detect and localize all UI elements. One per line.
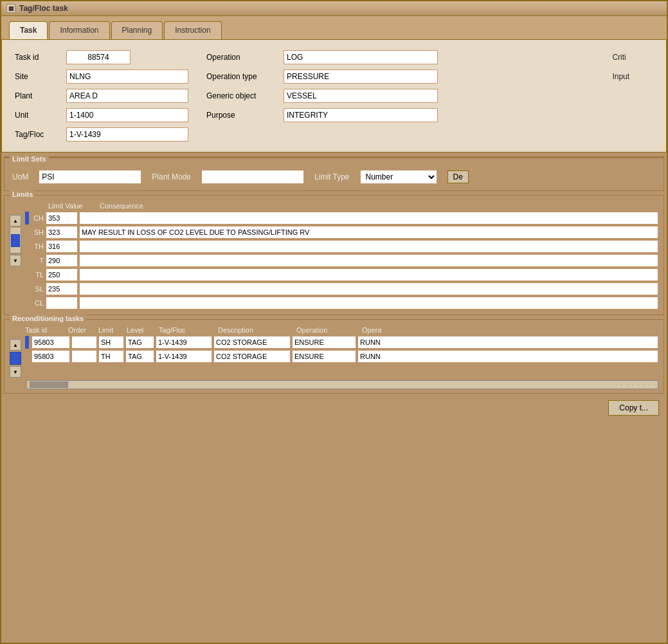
limit-consequence-cl[interactable] [79,297,658,309]
unit-label: Unit [15,111,28,120]
purpose-input[interactable] [284,108,438,122]
tab-information[interactable]: Information [49,21,109,39]
hscrollbar[interactable]: · · · · · · · · · · [26,380,658,389]
recon-level-1[interactable] [125,336,154,349]
recon-op-2[interactable] [292,350,356,363]
tag-floc-input[interactable] [66,127,188,142]
limits-table: Limit Value Consequence CH SH [25,202,658,311]
generic-object-input[interactable] [284,89,438,103]
limit-consequence-sl[interactable] [79,282,658,295]
limits-header: Limit Value Consequence [25,202,658,212]
limit-value-tl[interactable] [46,268,78,281]
consequence-header: Consequence [100,202,143,210]
limit-value-t[interactable] [46,254,78,267]
recon-header-order: Order [68,326,97,334]
recon-opera-1[interactable] [357,336,658,349]
de-button[interactable]: De [447,170,469,183]
tab-planning[interactable]: Planning [111,21,163,39]
recon-header-desc: Description [218,326,295,334]
operation-label: Operation [206,53,240,62]
recon-order-2[interactable] [71,350,97,363]
reconditioning-title: Reconditioning tasks [12,315,84,322]
window-title: Tag/Floc task [19,4,68,13]
limit-type-sh: SH [30,228,46,236]
tabs-area: Task Information Planning Instruction [1,16,667,39]
plant-input[interactable] [66,89,188,103]
recon-taskid-2[interactable] [32,350,70,363]
recon-limit-2[interactable] [98,350,124,363]
input-label: Input [612,72,629,81]
recon-tagfloc-2[interactable] [156,350,212,363]
main-window: ▦ Tag/Floc task Task Information Plannin… [0,0,668,644]
limit-consequence-t[interactable] [79,254,658,267]
scroll-down-btn[interactable]: ▼ [10,255,21,266]
uom-input[interactable] [39,170,141,184]
recon-level-2[interactable] [125,350,154,363]
tab-task[interactable]: Task [9,21,48,39]
recon-header: Task id Order Limit Level Tag/Floc Descr… [25,326,658,336]
purpose-label: Purpose [206,111,235,120]
site-label: Site [15,72,28,81]
window-icon: ▦ [6,4,15,13]
row-indicator [25,212,29,225]
limit-type-th: TH [30,243,46,250]
recon-limit-1[interactable] [98,336,124,349]
limit-value-cl[interactable] [46,297,78,309]
limit-consequence-ch[interactable] [79,212,658,225]
recon-header-taskid: Task id [25,326,67,334]
row-indicator-empty [25,240,29,253]
row-indicator-empty [25,297,29,309]
scroll-thumb [11,234,20,247]
limit-type-select[interactable]: Number Text Range [360,170,437,184]
uom-label: UoM [12,172,28,181]
recon-scroll-indicator [10,352,21,365]
limit-value-sl[interactable] [46,282,78,295]
recon-desc-1[interactable] [213,336,291,349]
recon-opera-2[interactable] [357,350,658,363]
limit-value-ch[interactable] [46,212,78,225]
criti-label: Criti [612,53,626,62]
row-indicator-empty [25,268,29,281]
operation-input[interactable] [284,50,438,64]
limit-value-th[interactable] [46,240,78,253]
recon-tagfloc-1[interactable] [156,336,212,349]
copy-button[interactable]: Copy t... [608,400,659,416]
limit-consequence-sh[interactable] [79,226,658,239]
recon-header-limit: Limit [98,326,125,334]
limit-row: TH [25,240,658,253]
recon-desc-2[interactable] [213,350,291,363]
limit-type-cl: CL [30,299,46,307]
scroll-up-btn[interactable]: ▲ [10,215,21,226]
recon-content: ▲ ▼ Task id Order Limit Level Tag/Floc [10,326,658,378]
recon-row-indicator [25,336,29,349]
tag-floc-label: Tag/Floc [15,130,44,139]
plant-mode-label: Plant Mode [152,172,191,181]
limits-panel: Limits ▲ ▼ Limit Value Consequence [4,195,664,315]
recon-order-1[interactable] [71,336,97,349]
limit-row: TL [25,268,658,281]
limit-row: T [25,254,658,267]
limit-value-sh[interactable] [46,226,78,239]
limit-type-t: T [30,257,46,264]
site-input[interactable] [66,69,188,84]
limit-sets-title: Limit Sets [12,155,46,163]
task-section: Task id Operation Criti Site [1,39,667,152]
task-id-input[interactable] [66,50,131,64]
recon-scroll-down-btn[interactable]: ▼ [10,366,21,378]
plant-label: Plant [15,91,32,100]
reconditioning-panel: Reconditioning tasks ▲ ▼ Task id [4,319,664,394]
limit-type-ch: CH [30,214,46,222]
tab-instruction[interactable]: Instruction [164,21,221,39]
recon-scroll-up-btn[interactable]: ▲ [10,339,21,351]
limit-row: CL [25,297,658,309]
row-indicator-empty [25,254,29,267]
limit-consequence-tl[interactable] [79,268,658,281]
recon-table-container: Task id Order Limit Level Tag/Floc Descr… [25,326,658,378]
recon-op-1[interactable] [292,336,356,349]
unit-input[interactable] [66,108,188,122]
limit-consequence-th[interactable] [79,240,658,253]
recon-taskid-1[interactable] [32,336,70,349]
plant-mode-input[interactable] [201,170,304,184]
operation-type-input[interactable] [284,69,438,84]
limit-value-header: Limit Value [48,202,100,210]
